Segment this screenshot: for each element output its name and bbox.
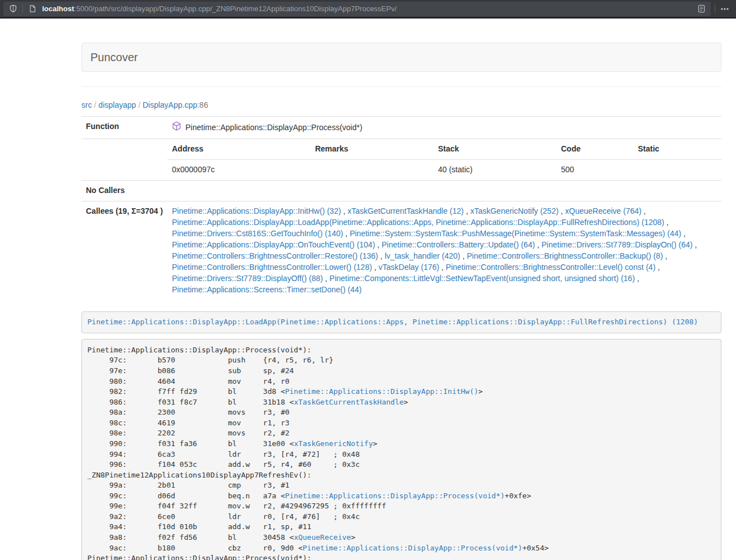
callee-link[interactable]: Pinetime::Controllers::BrightnessControl… — [467, 251, 662, 260]
callee-link[interactable]: Pinetime::Controllers::BrightnessControl… — [446, 263, 655, 272]
callee-link[interactable]: Pinetime::Applications::DisplayApp::Load… — [172, 218, 664, 227]
callee-separator: , — [464, 206, 470, 215]
callee-separator: , — [343, 229, 350, 238]
col-remarks: Remarks — [310, 139, 433, 159]
metrics-table: Address Remarks Stack Code Static 0x0000… — [167, 139, 721, 180]
disassembly-symbol-link[interactable]: xTaskGetCurrentTaskHandle — [294, 398, 404, 406]
breadcrumb-links: src / displayapp / DisplayApp.cpp — [81, 100, 197, 109]
callee-link[interactable]: xQueueReceive (764) — [565, 206, 642, 215]
disassembly-symbol-link[interactable]: Pinetime::Applications::DisplayApp::Init… — [285, 387, 478, 396]
breadcrumb-separator: / — [92, 100, 99, 109]
metrics-header-row: Address Remarks Stack Code Static — [167, 139, 721, 159]
disassembly-symbol-link[interactable]: xQueueReceive — [294, 533, 351, 541]
callee-separator: , — [378, 251, 385, 260]
url-bar[interactable]: localhost:5000/path/src/displayapp/Displ… — [3, 2, 711, 16]
callee-link[interactable]: lv_task_handler (420) — [385, 251, 460, 260]
loadapp-link[interactable]: Pinetime::Applications::DisplayApp::Load… — [88, 318, 698, 326]
disassembly-symbol-link[interactable]: Pinetime::Applications::DisplayApp::Proc… — [285, 492, 505, 500]
url-path: :5000/path/src/displayapp/DisplayApp.cpp… — [74, 4, 397, 13]
value-address: 0x0000097c — [167, 159, 310, 180]
metrics-row: Address Remarks Stack Code Static 0x0000… — [81, 139, 721, 180]
overflow-menu-icon[interactable] — [719, 3, 730, 15]
callee-link[interactable]: vTaskDelay (176) — [378, 263, 439, 272]
callee-link[interactable]: Pinetime::System::SystemTask::PushMessag… — [350, 229, 682, 238]
metrics-value-row: 0x0000097c 40 (static) 500 — [167, 159, 721, 180]
callee-link[interactable]: Pinetime::Drivers::St7789::DisplayOn() (… — [542, 240, 693, 249]
callees-list: Pinetime::Applications::DisplayApp::Init… — [167, 201, 721, 300]
url-bar-divider — [22, 4, 23, 13]
value-static — [633, 159, 721, 180]
function-row: Function Pinetime::Applications::Display… — [81, 117, 721, 139]
callee-link[interactable]: Pinetime::Applications::DisplayApp::Init… — [172, 206, 341, 215]
breadcrumb-link[interactable]: DisplayApp.cpp — [143, 100, 197, 109]
callee-separator: , — [663, 251, 668, 260]
callee-separator: , — [693, 240, 697, 249]
page-icon — [27, 3, 38, 15]
callee-separator: , — [664, 218, 669, 227]
function-table: Function Pinetime::Applications::Display… — [81, 116, 721, 300]
value-stack: 40 (static) — [433, 159, 556, 180]
breadcrumb-link[interactable]: src — [81, 100, 92, 109]
callees-row: Callees (19, Σ=3704 ) Pinetime::Applicat… — [81, 201, 721, 300]
col-code: Code — [556, 139, 633, 159]
callee-link[interactable]: xTaskGetCurrentTaskHandle (12) — [348, 206, 464, 215]
no-callers-row: No Callers — [81, 180, 721, 201]
disassembly-code: Pinetime::Applications::DisplayApp::Proc… — [88, 346, 549, 560]
col-stack: Stack — [433, 139, 556, 159]
callee-separator: , — [439, 263, 446, 272]
shield-icon[interactable] — [7, 3, 19, 15]
disassembly-block: Pinetime::Applications::DisplayApp::Proc… — [81, 339, 721, 560]
value-remarks — [310, 159, 433, 180]
callee-link[interactable]: Pinetime::Drivers::St7789::DisplayOff() … — [172, 274, 323, 283]
disassembly-symbol-link[interactable]: xTaskGenericNotify — [294, 439, 373, 448]
url-host: localhost — [42, 4, 74, 13]
brand-link[interactable]: Puncover — [90, 51, 138, 64]
function-name: Pinetime::Applications::DisplayApp::Proc… — [185, 122, 362, 134]
breadcrumb: src / displayapp / DisplayApp.cpp:86 — [81, 99, 721, 111]
callee-link[interactable]: xTaskGenericNotify (252) — [470, 206, 559, 215]
callee-separator: , — [341, 206, 348, 215]
disassembly-symbol-link[interactable]: Pinetime::Applications::DisplayApp::Proc… — [303, 544, 522, 552]
navbar: Puncover — [81, 43, 721, 72]
callee-separator: , — [656, 263, 660, 272]
callee-separator: , — [372, 263, 379, 272]
callee-separator: , — [681, 229, 685, 238]
page-content: Puncover src / displayapp / DisplayApp.c… — [81, 19, 721, 560]
toolbar-divider — [715, 4, 715, 13]
callees-label: Callees (19, Σ=3704 ) — [81, 201, 167, 300]
callee-separator: , — [635, 274, 639, 283]
value-code: 500 — [556, 159, 633, 180]
cube-icon — [172, 121, 181, 134]
callee-link[interactable]: Pinetime::Controllers::BrightnessControl… — [172, 263, 372, 272]
callee-separator: , — [535, 240, 542, 249]
callee-link[interactable]: Pinetime::Applications::DisplayApp::OnTo… — [172, 240, 375, 249]
callee-link[interactable]: Pinetime::Components::LittleVgl::SetNewT… — [330, 274, 635, 283]
callee-link[interactable]: Pinetime::Applications::Screens::Timer::… — [172, 285, 362, 294]
callee-separator: , — [375, 240, 382, 249]
breadcrumb-line-number: :86 — [197, 100, 208, 109]
function-label: Function — [81, 117, 167, 139]
no-callers-label: No Callers — [81, 180, 167, 201]
function-title: Pinetime::Applications::DisplayApp::Proc… — [172, 121, 362, 134]
breadcrumb-separator: / — [136, 100, 143, 109]
callee-link[interactable]: Pinetime::Controllers::Battery::Update()… — [382, 240, 535, 249]
callee-link[interactable]: Pinetime::Controllers::BrightnessControl… — [172, 251, 378, 260]
url-input[interactable]: localhost:5000/path/src/displayapp/Displ… — [42, 4, 696, 13]
callee-separator: , — [642, 206, 646, 215]
col-address: Address — [167, 139, 310, 159]
callee-link[interactable]: Pinetime::Drivers::Cst816S::GetTouchInfo… — [172, 229, 343, 238]
breadcrumb-link[interactable]: displayapp — [98, 100, 136, 109]
browser-toolbar: localhost:5000/path/src/displayapp/Displ… — [0, 0, 736, 19]
callee-separator: , — [559, 206, 565, 215]
callee-separator: , — [323, 274, 330, 283]
reader-view-icon[interactable] — [696, 3, 707, 15]
col-static: Static — [633, 139, 721, 159]
divider — [81, 86, 721, 87]
loadapp-snippet: Pinetime::Applications::DisplayApp::Load… — [81, 311, 721, 334]
callee-separator: , — [460, 251, 467, 260]
